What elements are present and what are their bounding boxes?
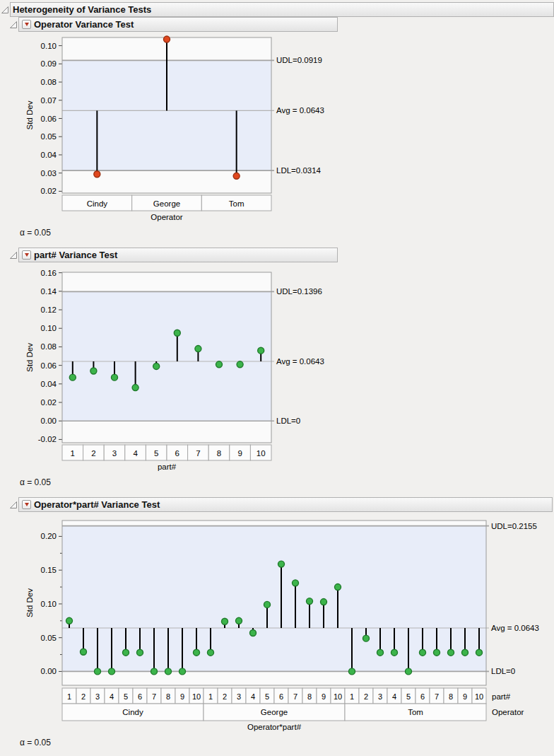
data-point-cindy-4[interactable] [109,668,115,675]
data-point-cindy-5[interactable] [123,649,129,656]
data-point-4[interactable] [132,385,138,391]
part-cell-label: 10 [192,692,201,701]
operator-cell-label: Tom [408,708,423,716]
red-triangle-icon [25,253,29,257]
y-tick-label: 0.08 [41,342,57,351]
category-cell-label: 6 [175,449,179,458]
y-tick-label: 0.12 [41,306,57,314]
outline-header-operator[interactable]: Operator Variance Test [18,17,338,32]
data-point-george-5[interactable] [264,601,271,607]
data-point-8[interactable] [216,361,223,368]
x-axis-title: Operator [151,213,183,221]
section-operator-part-variance: Operator*part# Variance Test UDL=0.2155A… [0,497,554,748]
data-point-george-7[interactable] [293,580,299,586]
part-cell-label: 6 [420,692,425,701]
data-point-2[interactable] [90,368,97,374]
section-part-variance: part# Variance Test UDL=0.1396Avg = 0.06… [0,248,554,487]
red-triangle-menu-button[interactable] [22,500,31,509]
data-point-tom[interactable] [233,173,240,179]
data-point-tom-9[interactable] [462,649,468,656]
data-point-cindy-1[interactable] [66,617,73,624]
data-point-1[interactable] [69,374,76,380]
data-point-george-2[interactable] [222,618,228,624]
data-point-tom-1[interactable] [349,668,355,675]
data-point-tom-4[interactable] [391,649,398,656]
part-cell-label: 10 [334,692,342,701]
decision-limit-band [62,291,271,421]
data-point-tom-6[interactable] [420,649,426,656]
data-point-cindy-7[interactable] [151,668,158,675]
y-tick-label: 0.10 [41,324,57,332]
part-cell-label: 7 [435,692,439,701]
data-point-cindy-9[interactable] [179,668,186,675]
data-point-10[interactable] [258,347,264,354]
disclosure-open-icon[interactable] [9,501,18,509]
data-point-7[interactable] [195,346,201,352]
disclosure-open-icon[interactable] [9,21,18,29]
alpha-note: α = 0.05 [20,738,554,748]
data-point-george-8[interactable] [307,598,313,605]
part-cell-label: 9 [463,692,467,701]
outline-header-part[interactable]: part# Variance Test [18,248,338,262]
part-axis-label: part# [492,692,511,701]
operator-axis-label: Operator [492,708,524,716]
x-axis-title: part# [158,463,177,471]
data-point-tom-5[interactable] [406,668,412,675]
disclosure-open-icon[interactable] [9,251,18,260]
alpha-note: α = 0.05 [20,228,554,238]
y-axis-title: Std Dev [25,100,34,129]
y-tick-label: 0.08 [41,78,57,86]
outline-header-main[interactable]: Heterogeneity of Variance Tests [10,2,554,17]
data-point-george-1[interactable] [208,649,214,656]
y-tick-label: 0.02 [41,187,57,195]
y-tick-label: 0.14 [41,287,57,296]
operator-cell-label: George [261,708,288,716]
y-tick-label: 0.10 [41,42,57,50]
category-cell-label: 2 [91,449,95,458]
data-point-tom-8[interactable] [448,649,454,656]
y-tick-label: -0.02 [38,435,57,443]
section-title: Operator Variance Test [34,19,134,30]
data-point-george-3[interactable] [236,617,242,624]
part-cell-label: 1 [67,692,71,701]
red-triangle-menu-button[interactable] [22,20,31,29]
data-point-5[interactable] [153,363,160,369]
data-point-tom-3[interactable] [377,649,384,656]
part-cell-label: 1 [350,692,354,701]
operator-variance-chart[interactable]: UDL=0.0919Avg = 0.0643LDL=0.03140.020.03… [21,33,360,227]
data-point-george-4[interactable] [250,629,257,636]
data-point-cindy-2[interactable] [81,649,87,655]
outline-header-operator-part[interactable]: Operator*part# Variance Test [18,497,553,512]
outline-row-part: part# Variance Test [9,248,554,262]
data-point-cindy[interactable] [94,171,100,178]
y-tick-label: 0.06 [41,361,57,370]
y-tick-label: 0.03 [41,169,57,178]
data-point-cindy-8[interactable] [165,668,172,675]
data-point-tom-7[interactable] [434,649,440,656]
data-point-6[interactable] [174,330,180,336]
category-cell-label: 5 [154,449,158,458]
data-point-cindy-3[interactable] [95,668,101,675]
red-triangle-icon [25,23,29,26]
category-cell-label: 1 [71,449,75,458]
data-point-george[interactable] [164,36,170,42]
part-cell-label: 3 [378,692,382,701]
category-cell-label: 7 [196,449,200,458]
part-variance-chart[interactable]: UDL=0.1396Avg = 0.0643LDL=0-0.020.000.02… [21,265,360,477]
data-point-tom-2[interactable] [363,635,370,641]
data-point-9[interactable] [237,361,243,368]
data-point-cindy-10[interactable] [194,649,200,656]
ldl-label: LDL=0 [491,667,515,675]
data-point-3[interactable] [112,374,118,380]
section-operator-variance: Operator Variance Test UDL=0.0919Avg = 0… [0,17,554,238]
red-triangle-menu-button[interactable] [22,250,31,260]
data-point-tom-10[interactable] [476,649,483,656]
data-point-george-6[interactable] [278,561,285,567]
data-point-george-9[interactable] [321,599,327,605]
red-triangle-icon [25,503,29,506]
data-point-george-10[interactable] [335,584,341,591]
operator-part-variance-chart[interactable]: UDL=0.2155Avg = 0.0643LDL=00.000.050.100… [21,515,554,737]
data-point-cindy-6[interactable] [137,649,143,656]
disclosure-open-icon[interactable] [1,6,9,14]
part-cell-label: 7 [293,692,297,701]
